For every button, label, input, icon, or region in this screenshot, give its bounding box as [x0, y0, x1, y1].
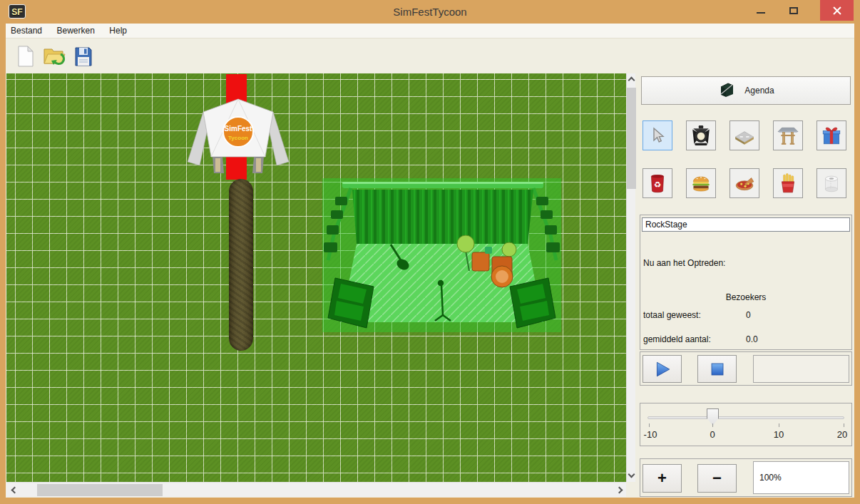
- maximize-button[interactable]: [777, 0, 810, 21]
- slider-label-zero: 0: [710, 429, 715, 440]
- stage-selected[interactable]: [322, 178, 561, 332]
- tool-fries[interactable]: [773, 168, 803, 198]
- slider-label-max: 20: [837, 429, 847, 440]
- visitors-average-label: gemiddeld aantal:: [643, 334, 711, 344]
- visitors-total-label: totaal geweest:: [643, 310, 701, 320]
- tool-select-cursor[interactable]: [643, 120, 672, 150]
- visitors-average-value: 0.0: [746, 334, 758, 344]
- tool-stage-light[interactable]: [686, 120, 716, 150]
- entrance-tent[interactable]: SimFest Tycoon: [186, 91, 290, 175]
- agenda-book-icon: [717, 82, 736, 99]
- minimize-button[interactable]: [744, 0, 777, 21]
- zoom-panel: + −: [640, 458, 852, 497]
- slider-tick: [844, 423, 844, 427]
- tool-toilet-paper[interactable]: [817, 168, 846, 198]
- recycle-symbol: ♻: [654, 180, 662, 190]
- pizza-icon: [734, 173, 755, 194]
- tool-pizza[interactable]: [730, 168, 759, 198]
- burger-icon: [690, 173, 712, 194]
- horizontal-scrollbar[interactable]: [6, 482, 626, 497]
- toilet-paper-icon: [821, 173, 842, 194]
- menu-bewerken[interactable]: Bewerken: [51, 24, 101, 38]
- scroll-up-button[interactable]: [627, 73, 636, 85]
- map-canvas[interactable]: SimFest Tycoon: [6, 73, 626, 482]
- slider-tick: [649, 423, 650, 427]
- speaker-stack-right: [510, 278, 556, 328]
- chevron-up-icon: [628, 77, 635, 84]
- spotlight-icon: [690, 125, 712, 146]
- road-tile-icon: [734, 125, 755, 146]
- gate-icon: [777, 125, 799, 146]
- agenda-button[interactable]: Agenda: [641, 76, 851, 105]
- tent-logo-text-1: SimFest: [225, 125, 253, 133]
- horizontal-scroll-thumb[interactable]: [37, 484, 163, 496]
- maximize-icon: [789, 7, 798, 14]
- play-icon: [653, 360, 672, 379]
- slider-tick: [779, 423, 779, 427]
- visitors-total-value: 0: [746, 310, 751, 320]
- close-icon: [832, 6, 842, 16]
- window-title: SimFestTycoon: [0, 0, 860, 24]
- stage-curtain: [352, 190, 533, 244]
- vertical-scrollbar[interactable]: [626, 73, 635, 482]
- tent-logo-text-2: Tycoon: [228, 135, 248, 141]
- scroll-down-button[interactable]: [627, 470, 636, 482]
- sidebar: Agenda: [640, 73, 852, 497]
- trashcan-icon: ♻: [647, 173, 668, 194]
- chevron-down-icon: [628, 471, 635, 478]
- now-performing-label: Nu aan het Optreden:: [643, 258, 725, 268]
- speed-slider-panel: -10 0 10 20: [640, 403, 852, 446]
- speaker-stack-left: [328, 278, 374, 328]
- fries-icon: [777, 173, 799, 194]
- new-file-button[interactable]: [13, 43, 39, 69]
- performance-display: [753, 355, 849, 383]
- menubar: Bestand Bewerken Help: [6, 24, 854, 38]
- save-file-button[interactable]: [70, 43, 96, 69]
- gift-icon: [821, 125, 842, 146]
- agenda-label: Agenda: [744, 86, 774, 96]
- tool-burger[interactable]: [686, 168, 716, 198]
- stage-name-input[interactable]: [642, 217, 850, 232]
- zoom-level-field[interactable]: [753, 461, 849, 494]
- scroll-left-button[interactable]: [8, 484, 17, 495]
- minimize-icon: [757, 12, 765, 14]
- zoom-out-button[interactable]: −: [697, 464, 737, 493]
- new-document-icon: [16, 46, 35, 67]
- chevron-left-icon: [11, 487, 19, 494]
- window-content: Bestand Bewerken Help: [6, 24, 854, 498]
- tool-merchandise[interactable]: [817, 120, 846, 150]
- play-button[interactable]: [643, 355, 682, 383]
- stage-graphic: [322, 178, 561, 332]
- transport-panel: [640, 351, 852, 386]
- menu-help[interactable]: Help: [103, 24, 133, 38]
- toolbar: [6, 38, 854, 73]
- close-button[interactable]: [820, 0, 854, 21]
- slider-track[interactable]: [647, 416, 844, 419]
- open-file-button[interactable]: [41, 43, 67, 69]
- stop-button[interactable]: [697, 355, 737, 383]
- app-window: SF SimFestTycoon Bestand Bewerken Help: [0, 0, 860, 504]
- slider-tick: [712, 423, 713, 427]
- tool-entrance-gate[interactable]: [773, 120, 803, 150]
- scroll-right-button[interactable]: [615, 484, 625, 495]
- slider-label-min: -10: [644, 429, 657, 440]
- chevron-right-icon: [616, 487, 623, 494]
- tool-road[interactable]: [730, 120, 759, 150]
- slider-label-ten: 10: [774, 429, 784, 440]
- stage-info-panel: Nu aan het Optreden: Bezoekers totaal ge…: [640, 215, 852, 350]
- dirt-path[interactable]: [229, 179, 253, 351]
- visitors-header: Bezoekers: [640, 292, 851, 302]
- tool-trash-can[interactable]: ♻: [643, 168, 672, 198]
- save-floppy-icon: [73, 46, 93, 67]
- cursor-icon: [649, 127, 666, 144]
- open-folder-icon: [43, 46, 66, 67]
- stop-icon: [709, 361, 726, 378]
- menu-bestand[interactable]: Bestand: [6, 24, 48, 38]
- vertical-scroll-thumb[interactable]: [627, 88, 636, 189]
- zoom-in-button[interactable]: +: [643, 464, 682, 493]
- titlebar: SF SimFestTycoon: [0, 0, 860, 24]
